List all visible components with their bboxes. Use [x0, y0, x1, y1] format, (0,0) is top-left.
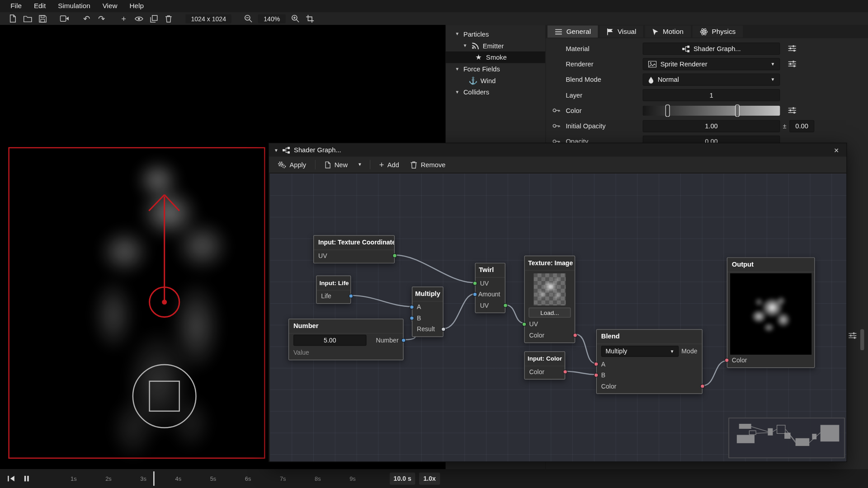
hierarchy-item-emitter[interactable]: ▼ Emitter [446, 40, 545, 52]
initial-opacity-variance-field[interactable]: 0.00 [789, 120, 814, 132]
node-title[interactable]: Blend [597, 330, 702, 344]
gradient-handle[interactable] [735, 104, 740, 117]
node-title[interactable]: Twirl [476, 263, 505, 278]
open-file-button[interactable] [20, 13, 35, 24]
port-amount-input[interactable] [473, 292, 477, 297]
color-settings-button[interactable] [788, 107, 797, 114]
menu-view[interactable]: View [96, 2, 123, 10]
skip-to-start-button[interactable] [5, 474, 16, 483]
undo-button[interactable]: ↶ [79, 13, 94, 24]
collapse-icon[interactable]: ▼ [454, 32, 460, 37]
texture-preview[interactable] [533, 273, 566, 305]
node-multiply[interactable]: Multiply A B Result [412, 286, 443, 337]
timeline-bar[interactable]: 1s 2s 3s 4s 5s 6s 7s 8s 9s 10.0 s 1.0x [0, 469, 868, 488]
node-twirl[interactable]: Twirl UV Amount UV [475, 263, 505, 313]
port-result-output[interactable] [441, 327, 446, 332]
add-button[interactable]: + [116, 13, 131, 24]
blend-mode-select[interactable]: Multiply ▼ [601, 346, 679, 357]
node-title[interactable]: Multiply [412, 287, 443, 302]
collapse-icon[interactable]: ▼ [454, 66, 460, 71]
duration-field[interactable]: 10.0 s [390, 473, 415, 485]
port-a-input[interactable] [410, 305, 414, 310]
hierarchy-item-wind[interactable]: ⚓ Wind [446, 75, 545, 86]
color-gradient-slider[interactable] [643, 106, 780, 116]
new-file-button[interactable] [5, 13, 20, 24]
blend-mode-dropdown[interactable]: Normal ▼ [643, 74, 780, 86]
node-title[interactable]: Texture: Image [525, 256, 575, 271]
menu-file[interactable]: File [5, 2, 28, 10]
hierarchy-item-colliders[interactable]: ▼ Colliders [446, 86, 545, 98]
save-button[interactable] [35, 13, 50, 24]
port-a-input[interactable] [594, 362, 599, 366]
node-title[interactable]: Output [727, 258, 814, 272]
node-title[interactable]: Input: Life [316, 276, 350, 291]
hierarchy-item-smoke[interactable]: ★ Smoke [446, 52, 545, 63]
port-uv-input[interactable] [522, 322, 527, 327]
port-b-input[interactable] [594, 373, 599, 377]
tab-physics[interactable]: Physics [693, 25, 743, 38]
node-texture-coordinate[interactable]: Input: Texture Coordinate UV [313, 235, 395, 263]
tab-motion[interactable]: Motion [645, 25, 691, 38]
menu-simulation[interactable]: Simulation [52, 2, 96, 10]
material-value-button[interactable]: Shader Graph... [643, 42, 780, 55]
port-uv-output[interactable] [503, 303, 508, 308]
collapse-icon[interactable]: ▼ [274, 147, 278, 152]
canvas-resolution-field[interactable]: 1024 x 1024 [185, 14, 231, 23]
playhead[interactable] [153, 471, 154, 486]
node-blend[interactable]: Blend Multiply ▼ Mode A B Col [596, 329, 703, 394]
port-uv-output[interactable] [392, 253, 397, 258]
renderer-dropdown[interactable]: Sprite Renderer ▼ [643, 58, 780, 70]
collider-gizmo[interactable] [133, 365, 196, 428]
new-graph-dropdown-button[interactable]: ▼ [354, 160, 365, 169]
number-value-field[interactable]: 5.00 [293, 335, 367, 346]
load-texture-button[interactable]: Load... [528, 308, 571, 318]
hierarchy-item-force-fields[interactable]: ▼ Force Fields [446, 63, 545, 75]
delete-button[interactable] [161, 13, 176, 24]
record-video-button[interactable] [57, 13, 72, 24]
hierarchy-item-particles[interactable]: ▼ Particles [446, 28, 545, 40]
node-output[interactable]: Output Color [727, 257, 815, 368]
layer-value-field[interactable]: 1 [643, 89, 780, 101]
duplicate-button[interactable] [146, 13, 161, 24]
keyframe-icon[interactable] [552, 108, 560, 113]
menu-help[interactable]: Help [123, 2, 150, 10]
settings-sliders-icon[interactable] [848, 332, 857, 339]
remove-node-button[interactable]: Remove [406, 159, 450, 170]
port-number-output[interactable] [401, 338, 406, 343]
tab-visual[interactable]: Visual [600, 25, 644, 38]
renderer-settings-button[interactable] [788, 60, 797, 67]
scrollbar-thumb[interactable] [860, 329, 864, 351]
close-button[interactable]: × [831, 145, 841, 155]
zoom-out-button[interactable] [241, 13, 256, 24]
gradient-handle[interactable] [665, 104, 670, 117]
port-color-input[interactable] [725, 358, 729, 362]
port-b-input[interactable] [410, 316, 414, 320]
pause-button[interactable] [21, 474, 32, 483]
apply-button[interactable]: Apply [273, 159, 311, 170]
zoom-level[interactable]: 140% [258, 14, 286, 23]
visibility-button[interactable] [131, 13, 146, 24]
port-uv-input[interactable] [473, 281, 477, 286]
node-title[interactable]: Input: Texture Coordinate [314, 236, 394, 250]
port-color-output[interactable] [573, 333, 577, 338]
playback-speed-field[interactable]: 1.0x [419, 473, 440, 485]
tab-general[interactable]: General [547, 25, 598, 38]
graph-minimap[interactable] [728, 418, 844, 458]
port-life-output[interactable] [349, 294, 353, 298]
node-title[interactable]: Input: Color [525, 352, 565, 366]
zoom-in-button[interactable] [288, 13, 302, 24]
node-number[interactable]: Number 5.00 Number Value [288, 319, 404, 360]
collapse-icon[interactable]: ▼ [454, 89, 460, 94]
crop-button[interactable] [302, 13, 317, 24]
shader-graph-titlebar[interactable]: ▼ Shader Graph... × [269, 143, 846, 156]
node-title[interactable]: Number [289, 319, 403, 334]
node-texture-image[interactable]: Texture: Image Load... UV Color [524, 256, 576, 343]
material-settings-button[interactable] [788, 45, 797, 52]
add-node-button[interactable]: + Add [375, 159, 404, 170]
collapse-icon[interactable]: ▼ [462, 43, 467, 48]
port-color-output[interactable] [700, 384, 705, 389]
new-graph-button[interactable]: New [320, 159, 352, 170]
keyframe-icon[interactable] [552, 123, 560, 128]
redo-button[interactable]: ↷ [94, 13, 109, 24]
port-color-output[interactable] [563, 370, 567, 374]
